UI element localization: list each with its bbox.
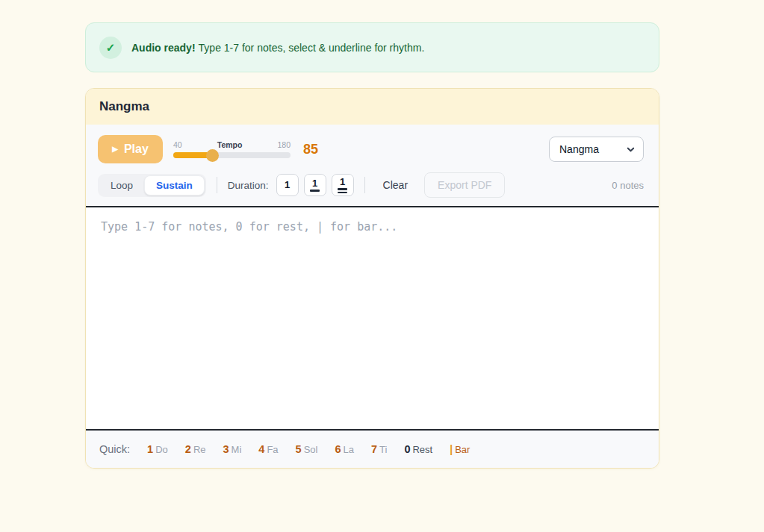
divider [217,177,217,193]
page: ✓ Audio ready!Type 1-7 for notes, select… [85,0,659,469]
card-header: Nangma [86,89,659,125]
divider [364,177,365,193]
check-icon: ✓ [99,37,122,59]
clear-button[interactable]: Clear [376,175,415,195]
duration-digit: 1 [340,177,345,187]
quick-note-mi[interactable]: 3Mi [223,443,242,455]
duration-button-sixteenth[interactable]: 1 [332,174,354,196]
underline-marks [338,188,347,193]
underline-marks [310,190,320,192]
tempo-slider-track[interactable] [173,152,291,158]
notes-editor[interactable] [86,207,659,429]
duration-button-eighth[interactable]: 1 [304,174,326,196]
tempo-slider-group: 40 Tempo 180 [173,140,291,158]
quick-bar[interactable]: |Bar [450,443,470,455]
tempo-labels: 40 Tempo 180 [173,140,291,149]
status-banner: ✓ Audio ready!Type 1-7 for notes, select… [85,22,659,72]
play-icon: ▶ [112,145,118,153]
quick-label: Quick: [99,443,130,455]
export-pdf-button[interactable]: Export PDF [424,172,505,198]
play-button[interactable]: ▶ Play [98,135,163,163]
quick-note-re[interactable]: 2Re [185,443,206,455]
notation-card: Nangma ▶ Play 40 Tempo 180 [85,88,659,469]
duration-label: Duration: [228,180,269,191]
quick-note-sol[interactable]: 5Sol [296,443,318,455]
duration-digit: 1 [285,180,290,190]
quick-footer: Quick: 1Do 2Re 3Mi 4Fa 5Sol 6La 7Ti [86,429,659,468]
tempo-label: Tempo [217,140,243,149]
quick-note-fa[interactable]: 4Fa [258,443,278,455]
duration-digit: 1 [312,178,317,189]
banner-text: Audio ready!Type 1-7 for notes, select &… [131,42,424,54]
chevron-down-icon [627,145,635,154]
quick-note-ti[interactable]: 7Ti [371,443,387,455]
sustain-button[interactable]: Sustain [144,175,205,195]
instrument-select-value: Nangma [559,143,599,155]
controls-panel: ▶ Play 40 Tempo 180 85 [86,125,659,206]
banner-message: Type 1-7 for notes, select & underline f… [199,42,425,54]
quick-note-rest[interactable]: 0Rest [404,443,432,455]
play-label: Play [124,143,149,156]
quick-note-do[interactable]: 1Do [147,443,168,455]
banner-title: Audio ready! [131,42,196,54]
duration-button-whole[interactable]: 1 [276,174,299,196]
card-title: Nangma [99,99,149,114]
tempo-value: 85 [303,142,318,157]
bar-symbol: | [450,443,453,455]
loop-button[interactable]: Loop [99,175,144,195]
editor-container [86,206,659,429]
tempo-slider-thumb[interactable] [206,149,219,162]
instrument-select[interactable]: Nangma [549,137,644,162]
tempo-max: 180 [277,140,291,149]
quick-note-la[interactable]: 6La [335,443,354,455]
toolbar-row: Loop Sustain Duration: 1 1 1 Clear [98,173,644,197]
notes-count: 0 notes [612,180,644,191]
mode-segmented-control: Loop Sustain [98,174,206,197]
playback-row: ▶ Play 40 Tempo 180 85 [98,135,644,163]
tempo-min: 40 [173,140,182,149]
